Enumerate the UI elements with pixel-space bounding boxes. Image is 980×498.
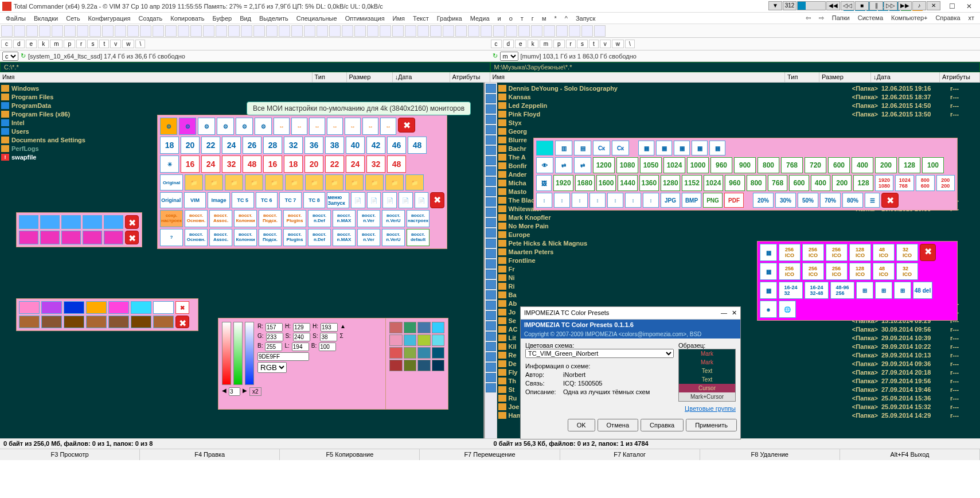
sidebar-icon[interactable] [486, 290, 496, 299]
toolbar-button[interactable] [115, 25, 126, 37]
toolbar-button[interactable] [544, 25, 555, 37]
tc-btn[interactable]: TC 5 [232, 192, 254, 208]
r-slider[interactable] [222, 322, 231, 385]
fkey[interactable]: F3 Просмотр [0, 449, 140, 460]
pct-btn[interactable]: 50% [798, 193, 818, 208]
toolbar-button[interactable] [556, 25, 568, 37]
menu-item[interactable]: Оптимизация [342, 14, 388, 23]
sidebar-icon[interactable] [486, 239, 496, 248]
drive-select[interactable]: c [2, 52, 18, 61]
width-btn[interactable]: 720 [805, 157, 826, 173]
restore-btn[interactable]: восст. Основн. [185, 210, 208, 227]
pct-btn[interactable]: 20% [753, 193, 774, 208]
refresh-icon[interactable]: ↻ [493, 52, 498, 60]
restore-btn[interactable]: восст. п.Ver [357, 229, 380, 246]
color-swatch[interactable] [108, 316, 129, 328]
sidebar-icon[interactable] [486, 270, 496, 279]
drive-button[interactable]: e [515, 40, 526, 48]
fmt-btn[interactable]: JPG [661, 193, 680, 208]
scheme-select[interactable]: TC_VIM_Green_iNorbert [525, 349, 674, 358]
color-swatch[interactable] [404, 322, 417, 333]
folder-icon[interactable]: 📁 [365, 174, 384, 190]
restore-btn[interactable]: восст. Plugins [283, 210, 306, 227]
toolbar-button[interactable] [354, 25, 366, 37]
restore-btn[interactable]: восст. default [407, 229, 430, 246]
ico-btn[interactable]: 32ICO [896, 263, 918, 280]
color-swatch[interactable] [153, 316, 174, 328]
ico-btn[interactable]: 256ICO [802, 263, 824, 280]
size-btn[interactable]: 28 [263, 137, 282, 154]
color-swatch[interactable] [19, 316, 40, 328]
pct-btn[interactable]: 80% [842, 193, 863, 208]
arrow-icon[interactable]: ↔ [327, 118, 343, 135]
color-swatch[interactable] [404, 334, 417, 346]
action-icon[interactable]: ↕ [572, 193, 588, 208]
sidebar-icon[interactable] [486, 197, 496, 207]
menu-item[interactable]: Специальные [293, 14, 341, 23]
width-btn[interactable]: 900 [734, 157, 756, 173]
fkey[interactable]: Alt+F4 Выход [840, 449, 980, 460]
file-row[interactable]: Kansas<Папка>12.06.2015 18:37r--- [498, 92, 979, 101]
size-btn[interactable]: 18 [160, 137, 179, 154]
ico-btn[interactable]: 256ICO [779, 263, 801, 280]
size-btn[interactable]: 18 [284, 155, 303, 173]
drive-button[interactable]: k [38, 40, 49, 48]
restore-btn[interactable]: сохр. настроек [160, 210, 183, 227]
sidebar-icon[interactable] [486, 135, 496, 145]
player-next-icon[interactable]: ▶▶ [898, 1, 912, 10]
toolbar-button[interactable] [140, 25, 151, 37]
drive-button[interactable]: d [503, 40, 514, 48]
color-swatch[interactable] [40, 231, 60, 244]
col-size[interactable]: Размер [347, 72, 393, 82]
color-swatch[interactable] [41, 316, 62, 328]
width-btn[interactable]: 1600 [596, 175, 616, 191]
toolbar-button[interactable] [518, 25, 530, 37]
ico-btn[interactable]: 256ICO [802, 244, 824, 261]
close-icon[interactable]: ✖ [430, 192, 444, 208]
file-row[interactable]: Mark Knopfler [498, 213, 979, 221]
help-button[interactable]: Справка [641, 419, 684, 431]
drive-button[interactable]: e [26, 40, 37, 48]
fkey[interactable]: F7 Каталог [560, 449, 700, 460]
arrow-icon[interactable]: ↔ [380, 118, 396, 135]
wheel-icon[interactable]: ⎈ [760, 301, 777, 318]
sidebar-icon[interactable] [486, 321, 496, 330]
width-btn[interactable]: 600 [789, 175, 809, 191]
menu-item[interactable]: Медиа [467, 14, 493, 23]
doc-icon[interactable]: 📄 [382, 192, 397, 208]
close-button[interactable]: ✕ [961, 1, 978, 12]
restore-btn[interactable]: восст. Подск. [259, 229, 282, 246]
restore-btn[interactable]: восст. Колонки [234, 210, 257, 227]
dual-btn[interactable]: 1024768 [895, 175, 914, 191]
width-btn[interactable]: 1680 [575, 175, 595, 191]
sidebar-icon[interactable] [486, 177, 496, 186]
restore-btn[interactable]: восст. п.Ver [357, 210, 380, 227]
img-icon[interactable]: 🖼 [536, 175, 552, 191]
folder-icon[interactable]: 📁 [185, 174, 203, 190]
sidebar-icon[interactable] [486, 259, 496, 269]
grid-icon[interactable]: ⊞ [875, 282, 892, 299]
menu-item[interactable]: Графика [434, 14, 466, 23]
folder-icon[interactable]: 📁 [325, 174, 343, 190]
restore-btn[interactable]: восст. Колонки [234, 229, 257, 246]
icon-btn[interactable]: ▦ [760, 282, 777, 299]
width-btn[interactable]: 768 [781, 157, 803, 173]
menu-item[interactable]: Текст [409, 14, 432, 23]
restore-btn[interactable]: восст. Assoc. [209, 229, 232, 246]
drive-button[interactable]: r [566, 40, 576, 48]
sidebar-icon[interactable] [486, 115, 496, 124]
width-btn[interactable]: 1280 [661, 175, 680, 191]
sidebar-icon[interactable] [486, 228, 496, 238]
menu-item[interactable]: Создать [135, 14, 166, 23]
menu-item[interactable]: г [528, 14, 537, 23]
drive-button[interactable]: m [50, 40, 63, 48]
menu-item[interactable]: ⇦ [802, 13, 814, 23]
loading-icon[interactable]: ✳ [160, 155, 179, 173]
folder-icon[interactable]: 📁 [205, 174, 223, 190]
tc-btn[interactable]: TC 7 [279, 192, 302, 208]
dual-btn[interactable]: 19201080 [875, 175, 894, 191]
col-size[interactable]: Размер [819, 72, 871, 82]
dual-btn[interactable]: 200200 [936, 175, 955, 191]
color-swatch[interactable] [86, 301, 107, 314]
close-icon[interactable]: ✖ [125, 215, 139, 229]
